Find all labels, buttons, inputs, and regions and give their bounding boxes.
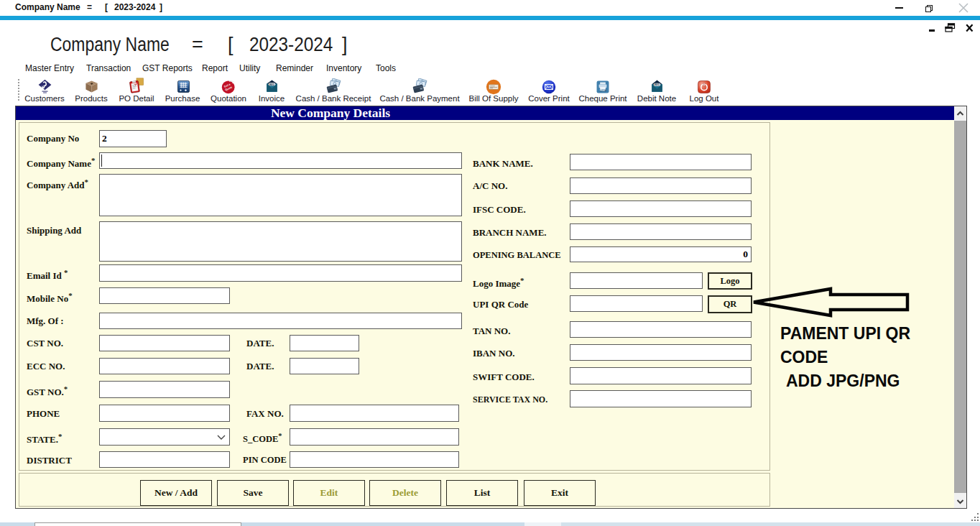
svg-text:PRINT: PRINT <box>600 89 606 92</box>
svg-text:INVO: INVO <box>269 83 275 86</box>
svg-text:INVO: INVO <box>655 83 660 86</box>
